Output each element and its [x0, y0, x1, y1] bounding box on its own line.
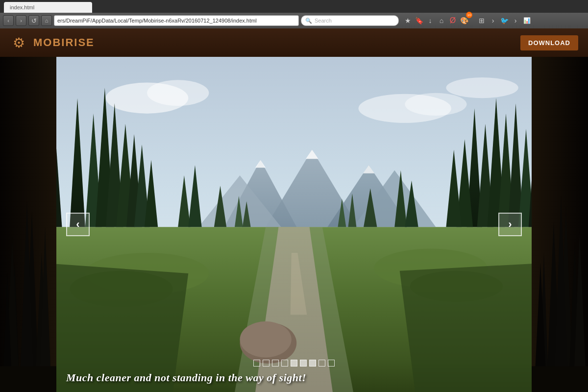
- svg-point-15: [446, 77, 518, 98]
- slide-dots: [253, 360, 335, 367]
- slide-dot-4[interactable]: [281, 360, 288, 367]
- slideshow-container: ‹ › Muc: [56, 57, 532, 392]
- toolbar-icons: ★ 🔖 ↓ ⌂ Ø 🎨 10 ⊞ › 🐦 › 📊: [403, 16, 532, 25]
- notification-badge: 10: [466, 12, 472, 18]
- bookmark-star-icon[interactable]: ★: [403, 16, 413, 25]
- left-forest-svg: [0, 57, 56, 392]
- svg-point-14: [405, 93, 466, 116]
- prev-arrow-icon: ‹: [76, 218, 79, 231]
- main-content: ‹ › Muc: [0, 57, 588, 392]
- home-nav-icon[interactable]: ⌂: [437, 16, 446, 25]
- svg-point-12: [147, 80, 209, 106]
- right-side-panel: [532, 57, 588, 392]
- next-arrow-icon: ›: [508, 218, 512, 231]
- slide-dot-9[interactable]: [328, 360, 335, 367]
- app-header: ⚙ MOBIRISE DOWNLOAD: [0, 28, 588, 57]
- url-bar[interactable]: ers/DreamPiF/AppData/Local/Temp/Mobirise…: [54, 15, 299, 26]
- home-button[interactable]: ⌂: [41, 15, 52, 26]
- right-forest-svg: [532, 57, 588, 392]
- landscape-svg: [56, 57, 532, 392]
- chevron-icon[interactable]: ›: [488, 16, 498, 25]
- prev-slide-button[interactable]: ‹: [66, 213, 90, 236]
- browser-toolbar: ‹ › ↺ ⌂ ers/DreamPiF/AppData/Local/Temp/…: [0, 13, 588, 28]
- search-placeholder: Search: [315, 18, 332, 24]
- opera-icon[interactable]: Ø: [448, 16, 458, 25]
- left-panel-bg: [0, 57, 56, 392]
- app-logo: ⚙ MOBIRISE: [10, 34, 95, 51]
- grid-icon[interactable]: ⊞: [477, 16, 487, 25]
- browser-chrome: index.html ‹ › ↺ ⌂ ers/DreamPiF/AppData/…: [0, 0, 588, 28]
- svg-rect-9: [0, 366, 56, 392]
- chevron-right-icon[interactable]: ›: [511, 16, 520, 25]
- slide-dot-2[interactable]: [263, 360, 270, 367]
- app-title: MOBIRISE: [33, 36, 95, 49]
- caption-text: Much cleaner and not standing in the way…: [66, 371, 306, 384]
- slide-dot-3[interactable]: [272, 360, 279, 367]
- reload-button[interactable]: ↺: [28, 15, 39, 26]
- tab-title: index.html: [10, 4, 34, 10]
- bookmark-icon[interactable]: 🔖: [414, 16, 424, 25]
- left-side-panel: [0, 57, 56, 392]
- download-icon[interactable]: ↓: [425, 16, 435, 25]
- download-button[interactable]: DOWNLOAD: [520, 35, 578, 50]
- svg-rect-73: [532, 366, 588, 392]
- extension-icon[interactable]: 🐦: [499, 16, 509, 25]
- slide-dot-1[interactable]: [253, 360, 260, 367]
- app-container: ⚙ MOBIRISE DOWNLOAD: [0, 28, 588, 392]
- svg-point-33: [240, 321, 292, 358]
- stats-icon[interactable]: 📊: [522, 16, 532, 25]
- slide-dot-5[interactable]: [291, 360, 297, 367]
- slide-dot-6[interactable]: [300, 360, 307, 367]
- slide-dot-8[interactable]: [318, 360, 325, 367]
- gear-icon: ⚙: [10, 34, 27, 51]
- browser-tab-active[interactable]: index.html: [4, 2, 92, 13]
- slide-caption: Much cleaner and not standing in the way…: [56, 368, 532, 388]
- browser-tabs: index.html: [0, 0, 588, 13]
- search-icon: 🔍: [305, 18, 312, 24]
- back-button[interactable]: ‹: [3, 15, 14, 26]
- right-panel-bg: [532, 57, 588, 392]
- slide-active: ‹ › Muc: [56, 57, 532, 392]
- search-bar[interactable]: 🔍 Search: [301, 15, 399, 26]
- next-slide-button[interactable]: ›: [498, 213, 522, 236]
- addon-icon-wrapper: 🎨 10: [459, 16, 475, 25]
- forward-button[interactable]: ›: [16, 15, 26, 26]
- url-text: ers/DreamPiF/AppData/Local/Temp/Mobirise…: [57, 18, 257, 24]
- slide-dot-7[interactable]: [309, 360, 316, 367]
